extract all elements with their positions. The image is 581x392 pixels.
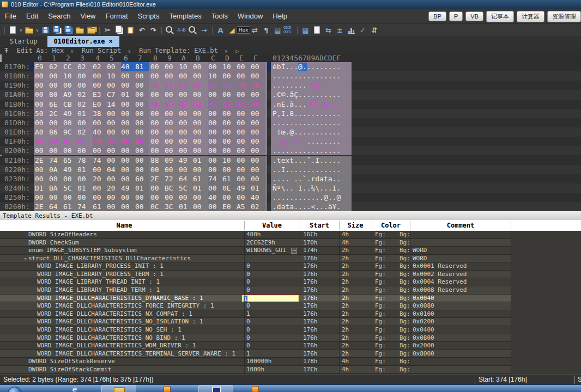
cell-color-bg-label[interactable]: Bg: — [400, 286, 410, 295]
hex-byte[interactable]: 01 — [77, 183, 92, 193]
ascii-char[interactable]: . — [289, 184, 294, 192]
new-file-button[interactable] — [7, 25, 19, 35]
ascii-char[interactable]: . — [289, 81, 294, 89]
cell-color-bg-label[interactable]: Bg: — [400, 302, 410, 310]
show-whitespace-button[interactable]: ¶ — [261, 25, 272, 35]
cell-size[interactable]: 2h — [342, 318, 349, 326]
cell-start[interactable]: 170h — [303, 239, 318, 247]
hex-bytes-row[interactable]: 2E646174610000000C3C010000E0A502 — [34, 202, 267, 211]
ascii-char[interactable]: . — [289, 119, 294, 127]
ascii-char[interactable]: . — [328, 166, 332, 174]
hex-byte[interactable]: 00 — [208, 202, 222, 211]
ascii-char[interactable]: . — [298, 203, 302, 211]
hex-byte[interactable]: 86 — [49, 127, 63, 137]
cell-comment[interactable]: 0x0080 — [413, 302, 434, 310]
ascii-char[interactable]: . — [294, 128, 298, 136]
menu-search[interactable]: Search — [43, 9, 75, 24]
hex-byte[interactable]: 00 — [222, 165, 237, 174]
cell-comment[interactable]: 0x0001 Reserved — [413, 262, 467, 271]
hex-byte[interactable]: 02 — [77, 62, 92, 71]
ascii-char[interactable]: . — [315, 128, 319, 136]
ascii-char[interactable]: 8 — [289, 109, 294, 118]
ascii-char[interactable]: . — [324, 63, 328, 71]
ascii-char[interactable]: . — [277, 72, 281, 80]
ascii-char[interactable]: . — [277, 81, 281, 89]
ascii-char[interactable]: . — [336, 81, 341, 89]
hex-byte[interactable]: 20 — [93, 137, 107, 146]
ascii-char[interactable]: . — [328, 72, 332, 80]
hex-byte[interactable]: 2C — [49, 109, 63, 118]
hex-byte[interactable]: 00 — [150, 165, 165, 174]
menu-edit[interactable]: Edit — [21, 9, 43, 24]
ascii-char[interactable]: . — [315, 119, 319, 127]
cell-value[interactable]: 0 — [246, 334, 250, 342]
hex-byte[interactable]: 00 — [150, 127, 165, 137]
hex-byte[interactable]: 00 — [251, 174, 265, 183]
edit-as-dropdown[interactable]: Edit As: Hex — [16, 47, 64, 54]
menu-templates[interactable]: Templates — [164, 9, 206, 24]
hex-ascii-row[interactable]: ............@..@ — [271, 193, 352, 202]
cell-color-fg-label[interactable]: Fg: — [375, 310, 386, 318]
run-script-dropdown[interactable]: Run Script — [82, 47, 121, 54]
hex-byte[interactable]: 2E — [35, 156, 49, 165]
ascii-char[interactable]: . — [315, 109, 319, 118]
hex-byte[interactable]: 00 — [165, 90, 179, 99]
ascii-char[interactable]: . — [294, 63, 298, 71]
template-row[interactable]: WORD IMAGE_DLLCHARACTERISTICS_NO_SEH : 1… — [0, 326, 511, 334]
hex-byte[interactable]: 01 — [251, 183, 265, 193]
hex-byte[interactable]: 00 — [165, 165, 179, 174]
ascii-char[interactable]: . — [315, 90, 319, 99]
hex-ascii-row[interactable]: .nË.à....P«.Ln.. — [271, 100, 352, 109]
find-in-files-button[interactable] — [187, 25, 198, 35]
hex-byte[interactable]: 00 — [251, 71, 265, 81]
hex-byte[interactable]: 50 — [165, 100, 179, 109]
cell-comment[interactable]: 0x0400 — [413, 326, 434, 334]
hex-byte[interactable]: 9C — [63, 127, 77, 137]
menu-window[interactable]: Window — [233, 9, 268, 24]
ascii-char[interactable]: . — [294, 109, 298, 118]
ascii-char[interactable]: . — [302, 137, 307, 145]
hex-byte[interactable]: 00 — [208, 137, 222, 146]
ascii-char[interactable]: n — [277, 100, 281, 108]
hex-byte[interactable]: 02 — [251, 202, 265, 211]
hex-ascii-row[interactable]: .data....<...à¥. — [271, 202, 352, 211]
save-all-button[interactable] — [63, 25, 74, 35]
cell-color-fg-label[interactable]: Fg: — [375, 302, 386, 310]
hex-bytes-row[interactable]: 000A4901000400000000000000000000 — [34, 165, 267, 174]
hex-bytes-row[interactable]: 0080A902E3C701000000000000000000 — [34, 90, 267, 99]
hex-byte[interactable]: 00 — [222, 193, 237, 202]
hex-byte[interactable]: 00 — [77, 71, 92, 81]
hex-byte[interactable]: 00 — [222, 109, 237, 118]
hex-byte[interactable]: 49 — [179, 156, 193, 165]
ascii-char[interactable] — [277, 137, 281, 145]
hex-byte[interactable]: 61 — [222, 174, 237, 183]
ascii-char[interactable]: . — [298, 166, 302, 174]
hex-byte[interactable]: 64 — [179, 174, 193, 183]
ascii-char[interactable]: . — [273, 146, 277, 155]
hex-byte[interactable]: 01 — [121, 90, 135, 99]
hex-byte[interactable]: 00 — [251, 100, 265, 109]
cell-color-bg-label[interactable]: Bg: — [400, 334, 410, 342]
ascii-char[interactable]: à — [328, 203, 332, 211]
ascii-char[interactable]: . — [298, 146, 302, 155]
hex-byte[interactable]: 01 — [179, 202, 193, 211]
cell-start[interactable]: 176h — [303, 278, 318, 286]
hex-byte[interactable]: 00 — [179, 165, 193, 174]
hex-byte[interactable]: 00 — [121, 109, 135, 118]
hex-byte[interactable]: 00 — [165, 137, 179, 146]
cell-start[interactable]: 176h — [303, 334, 318, 342]
cell-size[interactable]: 2h — [342, 326, 349, 334]
ascii-char[interactable]: . — [336, 175, 341, 183]
cell-value[interactable]: 400h — [246, 231, 261, 239]
hex-byte[interactable]: 74 — [49, 156, 63, 165]
hex-byte[interactable]: 49 — [63, 165, 77, 174]
quick-calculator-button[interactable]: 计算器 — [517, 11, 544, 22]
hex-bytes-row[interactable]: 00000000000000002053A70218010000 — [34, 81, 267, 90]
explorer-taskbar-button[interactable] — [101, 385, 136, 392]
hex-ascii-row[interactable]: .text...ˆ.I..... — [271, 156, 352, 165]
cell-size[interactable]: 2h — [342, 350, 349, 358]
ascii-char[interactable]: @ — [298, 63, 302, 71]
hex-byte[interactable]: 00 — [107, 109, 121, 118]
hex-byte[interactable]: 01 — [77, 109, 92, 118]
hex-byte[interactable]: 61 — [93, 202, 107, 211]
